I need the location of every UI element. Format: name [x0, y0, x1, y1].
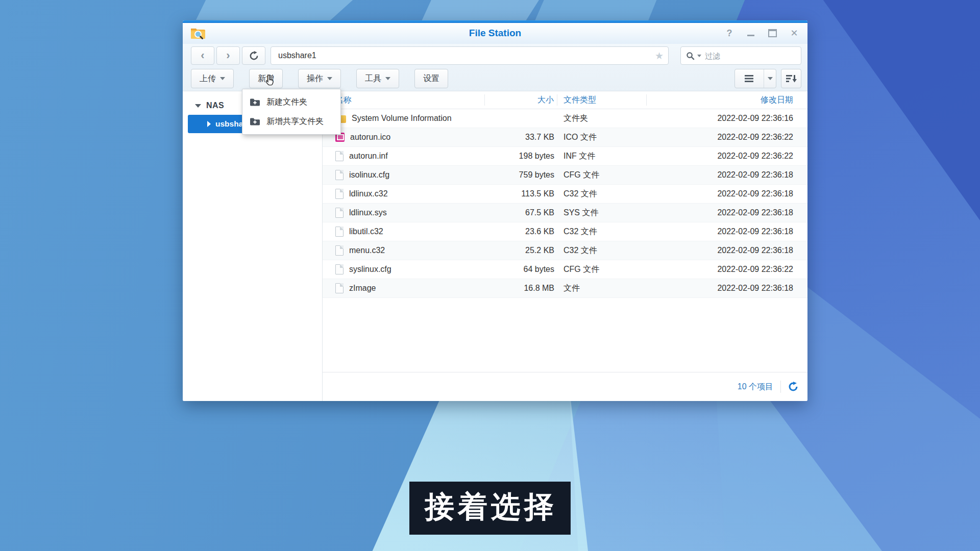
sidebar: NAS usbshare1 [183, 91, 323, 401]
toolbar-button-label: 上传 [200, 73, 216, 84]
window-title: File Station [183, 28, 807, 39]
back-button[interactable]: ‹ [191, 46, 214, 65]
close-button[interactable]: ✕ [790, 27, 798, 39]
file-row[interactable]: System Volume Information 文件夹 2022-02-09… [323, 109, 807, 128]
file-icon [335, 170, 344, 180]
sort-button[interactable] [781, 69, 801, 88]
file-row[interactable]: isolinux.cfg 759 bytes CFG 文件 2022-02-09… [323, 166, 807, 185]
window-controls: ? ✕ [725, 27, 798, 39]
file-type: C32 文件 [557, 245, 647, 256]
sidebar-root-label: NAS [206, 101, 224, 110]
file-station-window: File Station ? ✕ ‹ › [183, 20, 807, 401]
view-controls [734, 69, 801, 88]
expand-arrow-icon[interactable] [207, 121, 211, 127]
file-date: 2022-02-09 22:36:18 [647, 227, 807, 236]
toolbar-button[interactable]: 工具 [356, 69, 399, 88]
file-name: autorun.inf [349, 152, 388, 161]
menu-item[interactable]: 新增共享文件夹 [242, 112, 340, 131]
file-size: 759 bytes [485, 170, 557, 180]
toolbar-button[interactable]: 设置 [414, 69, 448, 88]
file-icon [335, 189, 344, 199]
file-icon [335, 208, 344, 218]
file-list-header: 名称 大小 文件类型 修改日期 [323, 91, 807, 109]
column-header-name[interactable]: 名称 [323, 94, 485, 106]
file-type: INF 文件 [557, 151, 647, 162]
status-bar: 10 个项目 [323, 372, 807, 401]
file-icon [335, 283, 344, 293]
forward-button[interactable]: › [216, 46, 240, 65]
file-row[interactable]: autorun.inf 198 bytes INF 文件 2022-02-09 … [323, 147, 807, 166]
favorite-star-icon[interactable]: ★ [655, 50, 664, 62]
file-row[interactable]: ldlinux.sys 67.5 KB SYS 文件 2022-02-09 22… [323, 204, 807, 222]
minimize-icon [747, 35, 754, 36]
action-toolbar: 上传 新增 操作 工具 设置 [183, 67, 807, 91]
file-date: 2022-02-09 22:36:18 [647, 189, 807, 198]
file-date: 2022-02-09 22:36:22 [647, 265, 807, 274]
file-name: syslinux.cfg [349, 265, 391, 274]
search-box [680, 46, 801, 65]
refresh-button[interactable] [242, 46, 265, 65]
help-button[interactable]: ? [725, 27, 733, 39]
list-refresh-button[interactable] [788, 382, 798, 392]
navigation-toolbar: ‹ › ★ [183, 44, 807, 67]
file-size: 33.7 KB [485, 133, 557, 142]
file-icon [335, 227, 344, 237]
file-date: 2022-02-09 22:36:22 [647, 133, 807, 142]
titlebar[interactable]: File Station ? ✕ [183, 23, 807, 44]
video-subtitle: 接着选择 [409, 482, 571, 535]
forward-icon: › [226, 49, 230, 62]
view-mode-caret-icon[interactable] [764, 69, 776, 88]
search-icon [686, 52, 695, 60]
file-name: autorun.ico [350, 133, 390, 142]
file-type: C32 文件 [557, 227, 647, 237]
add-shared-folder-icon [250, 117, 260, 126]
toolbar-button[interactable]: 操作 [298, 69, 341, 88]
list-view-icon[interactable] [735, 69, 764, 88]
address-input[interactable] [271, 47, 668, 64]
hand-cursor-icon [264, 74, 276, 90]
file-row[interactable]: autorun.ico 33.7 KB ICO 文件 2022-02-09 22… [323, 128, 807, 147]
file-name: libutil.c32 [349, 227, 383, 236]
maximize-button[interactable] [768, 29, 777, 37]
file-type: 文件 [557, 283, 647, 294]
sort-icon [786, 74, 797, 83]
file-size: 16.8 MB [485, 284, 557, 293]
new-dropdown-menu: 新建文件夹 新增共享文件夹 [242, 89, 341, 135]
column-header-type[interactable]: 文件类型 [557, 94, 647, 106]
file-name: isolinux.cfg [349, 170, 389, 180]
file-row[interactable]: syslinux.cfg 64 bytes CFG 文件 2022-02-09 … [323, 260, 807, 279]
column-header-size[interactable]: 大小 [485, 94, 557, 106]
file-date: 2022-02-09 22:36:18 [647, 284, 807, 293]
file-icon [335, 264, 344, 274]
file-date: 2022-02-09 22:36:18 [647, 208, 807, 217]
menu-item[interactable]: 新建文件夹 [242, 92, 340, 112]
search-options-caret-icon[interactable] [697, 55, 701, 57]
toolbar-button[interactable]: 上传 [191, 69, 234, 88]
file-row[interactable]: zImage 16.8 MB 文件 2022-02-09 22:36:18 [323, 279, 807, 298]
file-date: 2022-02-09 22:36:22 [647, 152, 807, 161]
file-type: 文件夹 [557, 113, 647, 124]
view-mode-button[interactable] [734, 69, 776, 88]
file-type: CFG 文件 [557, 264, 647, 275]
item-count-label: 10 个项目 [738, 382, 773, 392]
collapse-arrow-icon[interactable] [195, 104, 201, 108]
file-row[interactable]: ldlinux.c32 113.5 KB C32 文件 2022-02-09 2… [323, 185, 807, 204]
file-row[interactable]: menu.c32 25.2 KB C32 文件 2022-02-09 22:36… [323, 241, 807, 260]
file-size: 67.5 KB [485, 208, 557, 217]
toolbar-button-label: 设置 [423, 73, 439, 84]
filter-search-input[interactable] [704, 51, 796, 61]
caret-down-icon [768, 77, 773, 80]
file-row[interactable]: libutil.c32 23.6 KB C32 文件 2022-02-09 22… [323, 222, 807, 241]
toolbar-button-label: 工具 [365, 73, 381, 84]
minimize-button[interactable] [747, 31, 755, 36]
window-content: NAS usbshare1 名称 大小 文件类型 修改日期 System Vol… [183, 91, 807, 401]
file-name: ldlinux.sys [349, 208, 387, 217]
caret-down-icon [385, 77, 390, 80]
file-list: 名称 大小 文件类型 修改日期 System Volume Informatio… [323, 91, 807, 401]
refresh-icon [249, 51, 259, 61]
column-header-date[interactable]: 修改日期 [647, 94, 807, 106]
toolbar-buttons: 上传 新增 操作 工具 设置 [191, 69, 448, 88]
file-rows: System Volume Information 文件夹 2022-02-09… [323, 109, 807, 298]
file-size: 198 bytes [485, 152, 557, 161]
add-folder-icon [250, 98, 260, 107]
